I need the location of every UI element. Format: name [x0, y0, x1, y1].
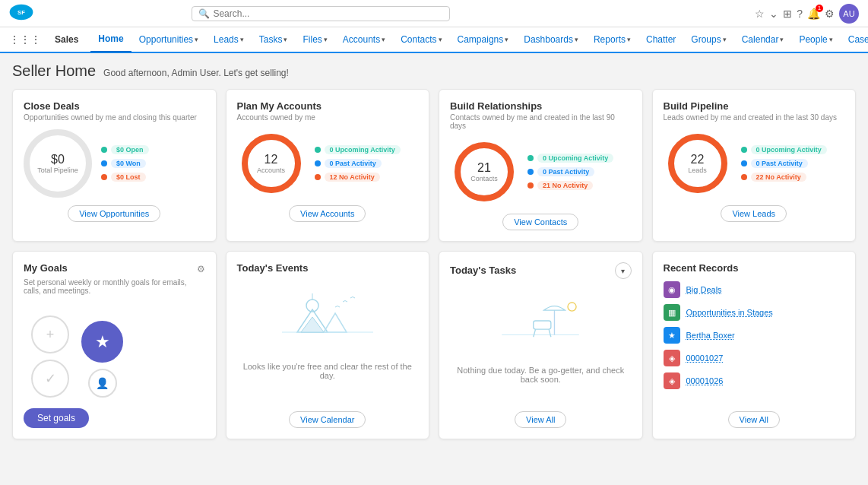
todays-events-card: Today's Events Looks like you're free an… — [226, 251, 430, 439]
past-badge: 0 Past Activity — [325, 159, 382, 168]
view-all-records-button[interactable]: View All — [728, 411, 780, 428]
view-contacts-button[interactable]: View Contacts — [502, 214, 578, 230]
build-pipeline-card: Build Pipeline Leads owned by me and cre… — [652, 89, 857, 242]
open-dot — [101, 147, 107, 153]
relationships-chart-area: 21 Contacts 0 Upcoming Activity 0 Past A… — [450, 138, 632, 206]
svg-rect-15 — [534, 321, 551, 329]
cu-dot — [527, 155, 534, 161]
pipeline-none: 22 No Activity — [741, 173, 827, 182]
case2-icon: ◈ — [664, 372, 680, 389]
svg-line-16 — [534, 329, 536, 337]
list-item: ★ Bertha Boxer — [664, 327, 845, 344]
nav-item-groups[interactable]: Groups ▾ — [683, 27, 733, 52]
plan-accounts-card: Plan My Accounts Accounts owned by me 12… — [226, 89, 430, 242]
user-avatar[interactable]: AU — [839, 4, 859, 24]
cu-badge: 0 Upcoming Activity — [537, 154, 613, 163]
contacts-past: 0 Past Activity — [527, 167, 613, 176]
recent-records-card: Recent Records ◉ Big Deals ▦ Opportuniti… — [652, 251, 857, 439]
nav-item-contacts[interactable]: Contacts ▾ — [393, 27, 449, 52]
nav-item-sales[interactable]: Sales — [47, 27, 86, 52]
add-icon[interactable]: ⊞ — [783, 8, 792, 20]
pp-badge: 0 Past Activity — [751, 159, 808, 168]
tasks-title: Today's Tasks — [450, 265, 516, 276]
apps-grid-icon[interactable]: ⋮⋮⋮ — [9, 33, 41, 46]
upcoming-dot — [315, 147, 321, 153]
view-leads-button[interactable]: View Leads — [721, 205, 787, 222]
nav-item-leads[interactable]: Leads ▾ — [206, 27, 252, 52]
recent-list: ◉ Big Deals ▦ Opportunities in Stages ★ … — [664, 281, 845, 389]
big-deals-link[interactable]: Big Deals — [686, 285, 722, 294]
todays-tasks-card: Today's Tasks ▾ Nothing du — [439, 251, 643, 439]
accounts-label: Accounts — [257, 166, 285, 174]
goals-settings-icon[interactable]: ⚙ — [197, 264, 205, 274]
case2-link[interactable]: 00001026 — [686, 376, 724, 385]
lost-dot — [101, 174, 107, 180]
svg-marker-13 — [301, 317, 324, 332]
opp-stages-icon: ▦ — [664, 304, 680, 321]
notification-icon[interactable]: 🔔 1 — [807, 8, 820, 20]
my-goals-card: My Goals ⚙ Set personal weekly or monthl… — [12, 251, 217, 439]
build-relationships-card: Build Relationships Contacts owned by me… — [439, 89, 643, 242]
set-goals-button[interactable]: Set goals — [24, 408, 89, 428]
nav-item-files[interactable]: Files ▾ — [295, 27, 334, 52]
salesforce-logo[interactable]: SF — [9, 3, 40, 24]
nav-item-calendar[interactable]: Calendar ▾ — [734, 27, 792, 52]
search-input[interactable] — [213, 8, 443, 19]
pu-dot — [741, 147, 747, 153]
case1-icon: ◈ — [664, 350, 680, 366]
nav-item-campaigns[interactable]: Campaigns ▾ — [450, 27, 517, 52]
search-bar[interactable]: 🔍 — [192, 6, 450, 21]
view-calendar-button[interactable]: View Calendar — [289, 411, 366, 428]
goal-circle-star[interactable]: ★ — [81, 321, 123, 363]
accounts-legend: 0 Upcoming Activity 0 Past Activity 12 N… — [315, 145, 401, 182]
goals-header: My Goals ⚙ — [24, 262, 205, 275]
notification-badge: 1 — [816, 5, 823, 12]
bottom-row: My Goals ⚙ Set personal weekly or monthl… — [12, 251, 856, 439]
help-icon[interactable]: ? — [797, 8, 803, 20]
upcoming-badge: 0 Upcoming Activity — [325, 145, 401, 154]
won-badge: $0 Won — [111, 159, 146, 168]
nav-item-people[interactable]: People ▾ — [791, 27, 840, 52]
tasks-dropdown-button[interactable]: ▾ — [615, 262, 632, 279]
lost-badge: $0 Lost — [111, 173, 146, 182]
nav-item-cases[interactable]: Cases ▾ — [841, 27, 868, 52]
chevron-icon[interactable]: ⌄ — [769, 8, 778, 20]
nav-item-accounts[interactable]: Accounts ▾ — [335, 27, 393, 52]
nav-item-reports[interactable]: Reports ▾ — [586, 27, 638, 52]
opp-stages-link[interactable]: Opportunities in Stages — [686, 308, 773, 317]
goal-circle-add[interactable]: + — [31, 315, 69, 353]
star-icon[interactable]: ☆ — [755, 8, 765, 20]
cn-badge: 21 No Activity — [537, 181, 593, 190]
nav-item-home[interactable]: Home — [90, 27, 131, 52]
cp-badge: 0 Past Activity — [537, 167, 594, 176]
view-accounts-button[interactable]: View Accounts — [289, 205, 366, 222]
pipeline-past: 0 Past Activity — [741, 159, 827, 168]
goal-circle-check[interactable]: ✓ — [31, 360, 69, 398]
gear-icon[interactable]: ⚙ — [825, 8, 835, 20]
bertha-link[interactable]: Bertha Boxer — [686, 331, 735, 340]
recent-records-title: Recent Records — [664, 262, 845, 274]
goals-subtitle: Set personal weekly or monthly goals for… — [24, 278, 205, 295]
accounts-donut: 12 Accounts — [237, 129, 306, 198]
pp-dot — [741, 160, 747, 166]
navbar: ⋮⋮⋮ Sales Home Opportunities ▾ Leads ▾ T… — [0, 27, 868, 53]
case1-link[interactable]: 00001027 — [686, 353, 724, 363]
view-all-tasks-button[interactable]: View All — [515, 411, 566, 428]
tasks-empty-text: Nothing due today. Be a go-getter, and c… — [450, 363, 632, 391]
nav-item-tasks[interactable]: Tasks ▾ — [252, 27, 296, 52]
nav-item-dashboards[interactable]: Dashboards ▾ — [516, 27, 586, 52]
contacts-label: Contacts — [470, 175, 498, 182]
goal-circle-person[interactable]: 👤 — [88, 369, 117, 398]
leads-value: 22 — [688, 153, 707, 166]
close-deals-card: Close Deals Opportunities owned by me an… — [12, 89, 217, 242]
nav-item-opportunities[interactable]: Opportunities ▾ — [131, 27, 206, 52]
view-opportunities-button[interactable]: View Opportunities — [68, 205, 160, 222]
build-relationships-subtitle: Contacts owned by me and created in the … — [450, 113, 632, 130]
build-relationships-title: Build Relationships — [450, 100, 632, 112]
pipeline-upcoming: 0 Upcoming Activity — [741, 145, 827, 154]
cp-dot — [527, 169, 534, 175]
nav-item-chatter[interactable]: Chatter — [638, 27, 683, 52]
accounts-upcoming: 0 Upcoming Activity — [315, 145, 401, 154]
plan-accounts-chart-area: 12 Accounts 0 Upcoming Activity 0 Past A… — [237, 129, 419, 198]
pipeline-value: $0 — [51, 153, 65, 166]
